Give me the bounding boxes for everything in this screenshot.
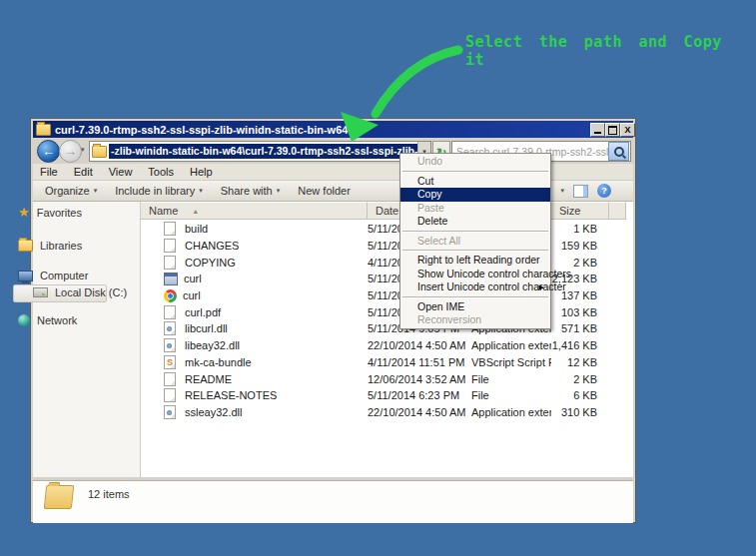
include-in-library-button[interactable]: Include in library▾ bbox=[115, 185, 203, 197]
menu-item-rtl-reading-order[interactable]: Right to left Reading order bbox=[400, 254, 550, 268]
new-folder-button[interactable]: New folder bbox=[298, 185, 351, 197]
menu-item-reconversion[interactable]: Reconversion bbox=[400, 313, 550, 327]
file-row[interactable]: ssleay32.dll 22/10/2014 4:50 AM Applicat… bbox=[141, 404, 633, 421]
file-row[interactable]: curl.pdf 5/11/201 103 KB bbox=[141, 303, 633, 320]
minimize-icon bbox=[594, 132, 601, 134]
chevron-down-icon: ▾ bbox=[277, 187, 281, 195]
item-count: 12 items bbox=[88, 488, 130, 500]
file-rows: build 5/11/201 1 KB CHANGES 5/11/201 159… bbox=[141, 221, 633, 420]
menu-item-delete[interactable]: Delete bbox=[400, 215, 550, 229]
file-row[interactable]: RELEASE-NOTES 5/11/2014 6:23 PM File 6 K… bbox=[141, 387, 633, 404]
file-row[interactable]: mk-ca-bundle 4/11/2014 11:51 PM VBScript… bbox=[141, 354, 633, 371]
dll-icon bbox=[164, 338, 176, 352]
maximize-icon bbox=[608, 126, 617, 135]
libraries-icon bbox=[18, 240, 33, 252]
dll-icon bbox=[164, 405, 176, 419]
menu-separator bbox=[402, 231, 548, 233]
file-icon bbox=[164, 305, 176, 319]
menu-item-paste[interactable]: Paste bbox=[400, 202, 550, 216]
close-icon: X bbox=[624, 126, 630, 135]
file-icon bbox=[164, 222, 176, 236]
column-header-size[interactable]: Size bbox=[551, 202, 609, 220]
details-pane bbox=[33, 480, 633, 523]
organize-button[interactable]: Organize▾ bbox=[45, 185, 97, 197]
chevron-down-icon: ▾ bbox=[199, 187, 203, 195]
menu-item-copy[interactable]: Copy bbox=[400, 188, 550, 202]
submenu-arrow-icon: ▶ bbox=[539, 280, 544, 294]
sidebar-item-libraries[interactable]: Libraries bbox=[18, 240, 82, 252]
column-header-extra[interactable] bbox=[609, 202, 626, 220]
menu-item-undo[interactable]: Undo bbox=[400, 155, 550, 169]
share-with-button[interactable]: Share with▾ bbox=[221, 185, 281, 197]
chrome-html-icon bbox=[164, 289, 177, 302]
menu-tools[interactable]: Tools bbox=[148, 166, 174, 178]
forward-arrow-icon: → bbox=[64, 144, 77, 159]
menu-item-cut[interactable]: Cut bbox=[400, 175, 550, 189]
folder-icon bbox=[36, 124, 51, 136]
forward-button[interactable]: → bbox=[59, 140, 82, 163]
desktop: Select the path and Copy it curl-7.39.0-… bbox=[0, 0, 756, 556]
annotation-text: Select the path and Copy it bbox=[465, 33, 756, 69]
file-row[interactable]: build 5/11/201 1 KB bbox=[141, 221, 633, 238]
window-title: curl-7.39.0-rtmp-ssh2-ssl-sspi-zlib-wini… bbox=[55, 124, 348, 136]
file-row[interactable]: README 12/06/2014 3:52 AM File 2 KB bbox=[141, 370, 633, 387]
menu-view[interactable]: View bbox=[109, 166, 133, 178]
title-bar[interactable]: curl-7.39.0-rtmp-ssh2-ssl-sspi-zlib-wini… bbox=[33, 121, 633, 138]
menu-separator bbox=[402, 296, 548, 298]
menu-item-show-unicode-chars[interactable]: Show Unicode control characters bbox=[400, 268, 550, 281]
sidebar-item-local-disk[interactable]: Local Disk (C:) bbox=[33, 286, 127, 298]
menu-item-open-ime[interactable]: Open IME bbox=[400, 300, 550, 314]
minimize-button[interactable] bbox=[590, 123, 605, 137]
folder-icon bbox=[44, 485, 75, 509]
recent-pages-dropdown[interactable]: ▾ bbox=[81, 146, 85, 154]
sidebar-item-computer[interactable]: Computer bbox=[18, 270, 88, 281]
star-icon: ★ bbox=[18, 207, 30, 219]
menu-item-insert-unicode-char[interactable]: Insert Unicode control character ▶ bbox=[400, 280, 550, 294]
menu-separator bbox=[402, 171, 548, 173]
sort-ascending-icon: ▲ bbox=[192, 208, 199, 215]
menu-separator bbox=[402, 250, 548, 252]
search-icon bbox=[614, 147, 624, 157]
search-button[interactable] bbox=[608, 142, 629, 161]
file-icon bbox=[164, 239, 176, 253]
back-button[interactable]: ← bbox=[37, 140, 60, 163]
back-arrow-icon: ← bbox=[42, 144, 55, 159]
help-button[interactable]: ? bbox=[597, 184, 611, 198]
file-icon bbox=[164, 388, 176, 402]
network-icon bbox=[18, 314, 30, 326]
menu-file[interactable]: File bbox=[40, 166, 58, 178]
file-row[interactable]: CHANGES 5/11/201 159 KB bbox=[141, 238, 633, 255]
sidebar-item-favorites[interactable]: ★ Favorites bbox=[18, 207, 82, 219]
file-row[interactable]: libeay32.dll 22/10/2014 4:50 AM Applicat… bbox=[141, 337, 633, 354]
views-dropdown[interactable]: ▾ bbox=[560, 187, 564, 195]
computer-icon bbox=[18, 271, 33, 281]
column-header-name[interactable]: Name ▲ bbox=[141, 202, 368, 220]
sidebar-item-network[interactable]: Network bbox=[18, 314, 77, 326]
chevron-down-icon: ▾ bbox=[94, 187, 98, 195]
context-menu: Undo Cut Copy Paste Delete Select All Ri… bbox=[399, 153, 551, 329]
maximize-button[interactable] bbox=[605, 123, 620, 137]
menu-item-select-all[interactable]: Select All bbox=[400, 235, 550, 249]
file-icon bbox=[164, 372, 176, 386]
file-row[interactable]: libcurl.dll 5/11/2014 9:05 PM Applicatio… bbox=[141, 320, 633, 337]
address-path-selected[interactable]: -zlib-winidn-static-bin-w64\curl-7.39.0-… bbox=[109, 144, 417, 159]
close-button[interactable]: X bbox=[620, 123, 635, 137]
preview-pane-button[interactable] bbox=[573, 185, 588, 198]
address-folder-icon bbox=[92, 146, 107, 158]
vbscript-icon bbox=[164, 355, 176, 369]
menu-edit[interactable]: Edit bbox=[74, 166, 93, 178]
disk-icon bbox=[33, 287, 48, 297]
menu-help[interactable]: Help bbox=[190, 166, 213, 178]
address-bar[interactable]: -zlib-winidn-static-bin-w64\curl-7.39.0-… bbox=[89, 141, 431, 162]
dll-icon bbox=[164, 321, 176, 335]
application-icon bbox=[164, 273, 178, 285]
file-icon bbox=[164, 256, 176, 270]
